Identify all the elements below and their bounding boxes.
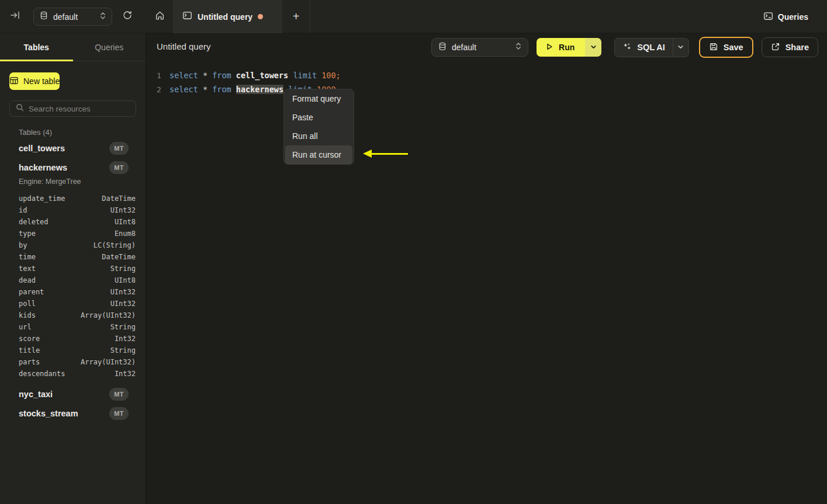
terminal-icon <box>182 11 192 23</box>
refresh-button[interactable] <box>121 10 134 23</box>
tables-section-label: Tables (4) <box>19 128 146 137</box>
chevron-updown-icon <box>100 12 106 22</box>
context-menu: Format queryPasteRun allRun at cursor <box>283 89 354 165</box>
column-type: String <box>110 346 136 354</box>
query-tab-strip: Untitled query + <box>146 0 310 33</box>
sidebar-tabs: Tables Queries <box>0 33 146 61</box>
new-table-button-label: New table <box>23 77 60 86</box>
table-row[interactable]: cell_towersMT <box>0 141 146 156</box>
column-name: by <box>19 241 27 249</box>
column-row: partsArray(UInt32) <box>0 356 146 368</box>
run-options-button[interactable] <box>585 38 601 57</box>
collapse-sidebar-button[interactable] <box>9 11 21 22</box>
menu-item-paste[interactable]: Paste <box>284 108 354 127</box>
database-icon <box>438 42 447 53</box>
column-name: kids <box>19 311 36 319</box>
column-row: deletedUInt8 <box>0 216 146 228</box>
menu-item-run-at-cursor[interactable]: Run at cursor <box>285 145 352 164</box>
column-name: descendants <box>19 370 65 378</box>
column-type: Int32 <box>115 335 136 343</box>
save-button[interactable]: Save <box>699 37 753 58</box>
save-floppy-icon <box>709 42 718 53</box>
play-icon <box>545 43 553 53</box>
sql-ai-button[interactable]: SQL AI <box>615 39 673 57</box>
column-row: typeEnum8 <box>0 228 146 239</box>
sql-ai-split-button: SQL AI <box>614 38 689 57</box>
engine-label: Engine: MergeTree <box>19 178 146 187</box>
column-type: Array(UInt32) <box>81 311 136 319</box>
column-name: title <box>19 346 40 354</box>
column-name: id <box>19 206 27 214</box>
sql-editor[interactable]: 1select * from cell_towers limit 100;2se… <box>147 61 827 504</box>
table-name: nyc_taxi <box>19 390 53 399</box>
column-type: DateTime <box>102 194 136 203</box>
sql-ai-options-button[interactable] <box>673 39 688 57</box>
column-type: Array(UInt32) <box>81 358 136 366</box>
menu-item-format-query[interactable]: Format query <box>284 89 354 108</box>
sidebar-tab-queries[interactable]: Queries <box>73 33 146 61</box>
chevron-updown-icon <box>515 42 521 53</box>
column-row: deadUInt8 <box>0 274 146 286</box>
tab-untitled-query[interactable]: Untitled query <box>173 0 282 33</box>
run-button[interactable]: Run <box>537 38 585 57</box>
column-name: score <box>19 335 40 343</box>
active-tab-underline <box>0 60 73 61</box>
code-line[interactable]: 2select * from hackernews limit 1000 <box>147 82 827 96</box>
table-grid-icon <box>9 76 19 87</box>
database-selector-toolbar[interactable]: default <box>431 38 528 57</box>
sparkles-icon <box>622 42 632 53</box>
query-toolbar: Untitled query default Run <box>147 33 827 61</box>
database-icon <box>40 11 48 22</box>
database-selector-top[interactable]: default <box>33 8 112 26</box>
toolbar-actions: default Run <box>431 33 818 61</box>
menu-item-run-all[interactable]: Run all <box>284 127 354 145</box>
home-button[interactable] <box>146 0 173 33</box>
sql-ai-button-label: SQL AI <box>637 43 665 52</box>
sidebar-tab-tables[interactable]: Tables <box>0 33 73 61</box>
column-row: urlString <box>0 321 146 333</box>
column-name: text <box>19 265 36 273</box>
unsaved-indicator-dot <box>258 14 263 19</box>
column-row: update_timeDateTime <box>0 193 146 204</box>
queries-button-top[interactable]: Queries <box>763 0 808 33</box>
table-row[interactable]: hackernewsMT <box>0 160 146 175</box>
column-type: UInt32 <box>110 300 136 308</box>
column-name: url <box>19 323 32 331</box>
column-row: parentUInt32 <box>0 286 146 298</box>
code-lines: 1select * from cell_towers limit 100;2se… <box>147 61 827 96</box>
share-icon <box>771 42 780 53</box>
new-tab-button[interactable]: + <box>282 0 310 33</box>
new-table-button[interactable]: New table <box>9 72 60 90</box>
column-type: DateTime <box>102 253 136 261</box>
refresh-icon <box>122 10 133 23</box>
search-resources-input[interactable] <box>29 105 132 113</box>
column-name: type <box>19 230 36 238</box>
column-type: UInt32 <box>110 288 136 296</box>
database-selector-value: default <box>452 43 510 52</box>
column-name: dead <box>19 276 36 284</box>
engine-badge: MT <box>109 161 129 174</box>
column-row: scoreInt32 <box>0 333 146 345</box>
engine-badge: MT <box>109 388 129 401</box>
query-title: Untitled query <box>157 41 211 51</box>
column-name: time <box>19 253 36 261</box>
engine-badge: MT <box>109 142 129 155</box>
share-button-label: Share <box>786 43 809 52</box>
chevron-down-icon <box>590 42 597 53</box>
column-row: kidsArray(UInt32) <box>0 310 146 321</box>
table-row[interactable]: stocks_streamMT <box>0 406 146 421</box>
table-row[interactable]: nyc_taxiMT <box>0 387 146 402</box>
column-name: parent <box>19 288 44 296</box>
share-button[interactable]: Share <box>762 37 818 57</box>
run-button-label: Run <box>559 43 575 52</box>
sidebar: Tables Queries New table Tables (4) cell… <box>0 33 146 504</box>
code-line[interactable]: 1select * from cell_towers limit 100; <box>147 68 827 82</box>
top-bar: default Untitled query <box>0 0 827 33</box>
column-type: UInt32 <box>110 206 136 214</box>
engine-badge: MT <box>109 407 129 420</box>
column-name: deleted <box>19 218 49 226</box>
table-name: hackernews <box>19 163 67 172</box>
tab-label: Untitled query <box>198 12 252 22</box>
column-row: idUInt32 <box>0 204 146 216</box>
collapse-sidebar-icon <box>10 10 20 23</box>
